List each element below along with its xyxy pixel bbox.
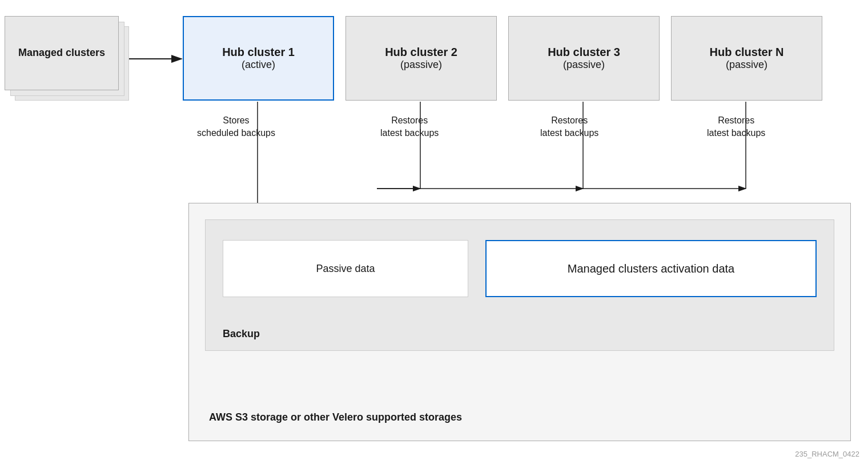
hub-cluster-3-subtitle: (passive) [563, 59, 605, 71]
aws-label: AWS S3 storage or other Velero supported… [209, 411, 462, 423]
hub-cluster-n-title: Hub cluster N [709, 46, 783, 59]
hub-cluster-2-subtitle: (passive) [400, 59, 442, 71]
storage-outer-box: AWS S3 storage or other Velero supported… [188, 203, 851, 441]
restores-label-1: Restoreslatest backups [380, 114, 439, 140]
managed-clusters-label: Managed clusters [18, 46, 105, 59]
watermark: 235_RHACM_0422 [795, 450, 859, 458]
restores-label-3: Restoreslatest backups [707, 114, 765, 140]
hub-cluster-1-title: Hub cluster 1 [222, 46, 295, 59]
backup-inner-box: Passive data Managed clusters activation… [205, 219, 834, 351]
activation-data-box: Managed clusters activation data [485, 240, 817, 297]
hub-cluster-3-box: Hub cluster 3 (passive) [508, 16, 660, 101]
managed-clusters-box: Managed clusters [5, 16, 119, 90]
diagram-container: Managed clusters Hub cluster 1 (active) … [0, 0, 868, 464]
restores-label-2: Restoreslatest backups [540, 114, 598, 140]
activation-data-label: Managed clusters activation data [568, 262, 734, 275]
hub-cluster-2-box: Hub cluster 2 (passive) [345, 16, 497, 101]
backup-label: Backup [223, 328, 260, 340]
hub-cluster-n-subtitle: (passive) [726, 59, 767, 71]
hub-cluster-3-title: Hub cluster 3 [548, 46, 620, 59]
hub-cluster-1-subtitle: (active) [242, 59, 275, 71]
passive-data-box: Passive data [223, 240, 468, 297]
stores-label: Storesscheduled backups [197, 114, 275, 140]
hub-cluster-n-box: Hub cluster N (passive) [671, 16, 822, 101]
passive-data-label: Passive data [316, 263, 375, 275]
hub-cluster-1-box: Hub cluster 1 (active) [183, 16, 334, 101]
managed-clusters-stack: Managed clusters [5, 16, 124, 99]
hub-cluster-2-title: Hub cluster 2 [385, 46, 457, 59]
hub-clusters-area: Hub cluster 1 (active) Hub cluster 2 (pa… [183, 16, 822, 101]
